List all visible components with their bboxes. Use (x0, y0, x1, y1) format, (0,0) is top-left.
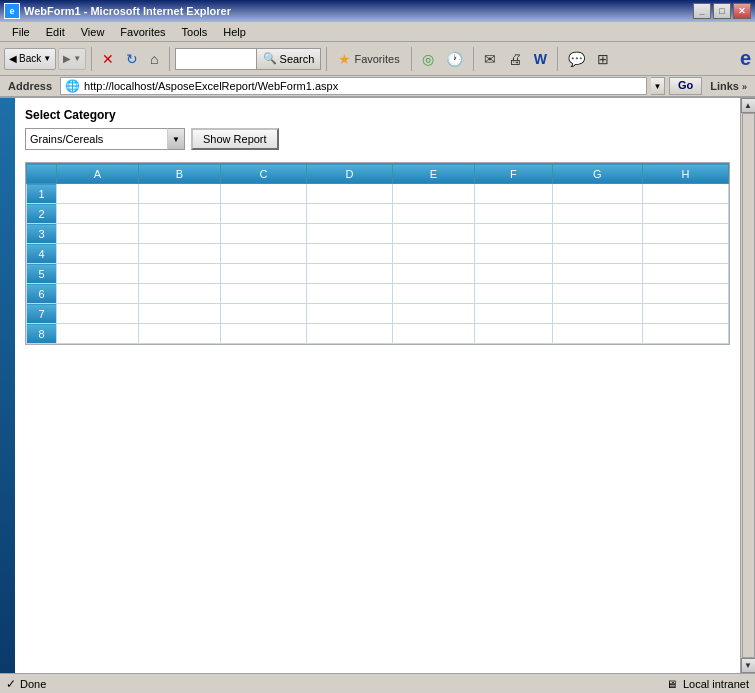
minimize-button[interactable]: _ (693, 3, 711, 19)
refresh-button[interactable]: ↻ (121, 45, 143, 73)
grid-cell[interactable] (220, 324, 306, 344)
grid-cell[interactable] (642, 204, 728, 224)
grid-cell[interactable] (138, 324, 220, 344)
maximize-button[interactable]: □ (713, 3, 731, 19)
grid-cell[interactable] (642, 224, 728, 244)
scroll-up-button[interactable]: ▲ (741, 98, 756, 113)
media-button[interactable]: ◎ (417, 45, 439, 73)
grid-cell[interactable] (306, 264, 392, 284)
category-select[interactable]: Grains/Cereals Beverages Condiments Conf… (25, 128, 185, 150)
grid-cell[interactable] (57, 244, 139, 264)
go-button[interactable]: Go (669, 77, 702, 95)
search-bar[interactable]: 🔍 Search (175, 48, 322, 70)
grid-cell[interactable] (392, 224, 474, 244)
grid-cell[interactable] (306, 244, 392, 264)
grid-cell[interactable] (474, 184, 552, 204)
grid-cell[interactable] (220, 224, 306, 244)
grid-cell[interactable] (57, 184, 139, 204)
grid-cell[interactable] (552, 304, 642, 324)
grid-cell[interactable] (57, 264, 139, 284)
address-dropdown[interactable]: ▼ (651, 77, 665, 95)
grid-cell[interactable] (474, 284, 552, 304)
windows-button[interactable]: ⊞ (592, 45, 614, 73)
grid-cell[interactable] (552, 204, 642, 224)
grid-cell[interactable] (306, 204, 392, 224)
grid-cell[interactable] (57, 284, 139, 304)
messenger-button[interactable]: 💬 (563, 45, 590, 73)
grid-cell[interactable] (306, 224, 392, 244)
grid-cell[interactable] (392, 324, 474, 344)
scroll-down-button[interactable]: ▼ (741, 658, 756, 673)
grid-cell[interactable] (392, 184, 474, 204)
grid-cell[interactable] (552, 184, 642, 204)
grid-cell[interactable] (220, 264, 306, 284)
grid-cell[interactable] (306, 284, 392, 304)
close-button[interactable]: ✕ (733, 3, 751, 19)
menu-tools[interactable]: Tools (174, 24, 216, 40)
word-button[interactable]: W (529, 45, 552, 73)
links-button[interactable]: Links » (706, 80, 751, 92)
grid-cell[interactable] (642, 184, 728, 204)
grid-cell[interactable] (138, 264, 220, 284)
search-input[interactable] (176, 49, 256, 69)
stop-button[interactable]: ✕ (97, 45, 119, 73)
home-button[interactable]: ⌂ (145, 45, 163, 73)
grid-cell[interactable] (57, 224, 139, 244)
grid-cell[interactable] (138, 284, 220, 304)
grid-cell[interactable] (138, 184, 220, 204)
menu-view[interactable]: View (73, 24, 113, 40)
history-button[interactable]: 🕐 (441, 45, 468, 73)
mail-button[interactable]: ✉ (479, 45, 501, 73)
grid-cell[interactable] (474, 304, 552, 324)
grid-cell[interactable] (57, 204, 139, 224)
forward-button[interactable]: ▶ ▼ (58, 48, 86, 70)
grid-cell[interactable] (642, 244, 728, 264)
grid-cell[interactable] (138, 204, 220, 224)
grid-cell[interactable] (392, 244, 474, 264)
grid-cell[interactable] (220, 304, 306, 324)
back-button[interactable]: ◀ Back ▼ (4, 48, 56, 70)
grid-cell[interactable] (474, 264, 552, 284)
grid-cell[interactable] (306, 324, 392, 344)
menu-favorites[interactable]: Favorites (112, 24, 173, 40)
grid-cell[interactable] (552, 264, 642, 284)
grid-cell[interactable] (57, 304, 139, 324)
menu-help[interactable]: Help (215, 24, 254, 40)
grid-cell[interactable] (552, 244, 642, 264)
grid-cell[interactable] (474, 324, 552, 344)
show-report-button[interactable]: Show Report (191, 128, 279, 150)
menu-edit[interactable]: Edit (38, 24, 73, 40)
favorites-button[interactable]: ★ Favorites (332, 49, 405, 69)
grid-cell[interactable] (474, 224, 552, 244)
grid-cell[interactable] (642, 264, 728, 284)
grid-cell[interactable] (138, 304, 220, 324)
grid-cell[interactable] (392, 284, 474, 304)
grid-cell[interactable] (57, 324, 139, 344)
grid-cell[interactable] (392, 264, 474, 284)
grid-cell[interactable] (552, 324, 642, 344)
print-button[interactable]: 🖨 (503, 45, 527, 73)
grid-cell[interactable] (642, 304, 728, 324)
scroll-track[interactable] (742, 113, 755, 658)
grid-cell[interactable] (138, 244, 220, 264)
grid-cell[interactable] (642, 324, 728, 344)
scrollbar[interactable]: ▲ ▼ (740, 98, 755, 673)
grid-cell[interactable] (220, 284, 306, 304)
grid-cell[interactable] (138, 224, 220, 244)
grid-cell[interactable] (392, 304, 474, 324)
grid-cell[interactable] (392, 204, 474, 224)
search-button[interactable]: 🔍 Search (256, 49, 321, 69)
grid-cell[interactable] (220, 244, 306, 264)
grid-cell[interactable] (306, 184, 392, 204)
grid-cell[interactable] (474, 244, 552, 264)
address-input-wrap[interactable]: 🌐 http://localhost/AsposeExcelReport/Web… (60, 77, 647, 95)
menu-file[interactable]: File (4, 24, 38, 40)
grid-cell[interactable] (220, 184, 306, 204)
grid-cell[interactable] (220, 204, 306, 224)
search-icon: 🔍 (263, 52, 277, 65)
grid-cell[interactable] (642, 284, 728, 304)
grid-cell[interactable] (552, 284, 642, 304)
grid-cell[interactable] (474, 204, 552, 224)
grid-cell[interactable] (552, 224, 642, 244)
grid-cell[interactable] (306, 304, 392, 324)
